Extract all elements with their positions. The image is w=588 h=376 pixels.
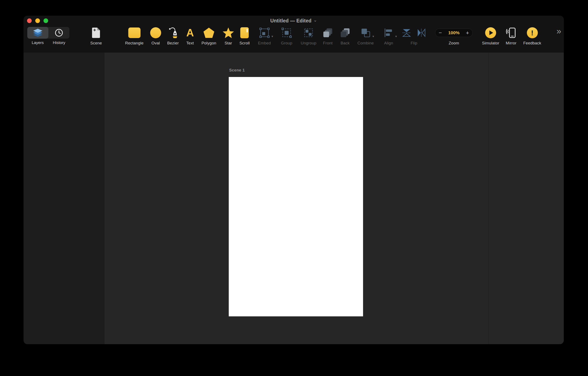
combine-dropdown-chevron-icon: ▾ — [372, 35, 374, 38]
ungroup-label: Ungroup — [301, 41, 316, 45]
ungroup-icon — [303, 27, 314, 38]
send-to-back-button[interactable]: Back — [340, 26, 350, 45]
bezier-pen-icon — [168, 27, 178, 39]
embed-icon — [259, 27, 270, 38]
polygon-icon — [203, 27, 215, 38]
scroll-tool-button[interactable]: Scroll — [240, 26, 250, 45]
combine-label: Combine — [357, 41, 374, 45]
simulator-label: Simulator — [482, 41, 499, 45]
combine-button[interactable]: ▾ Combine — [357, 26, 374, 45]
zoom-in-button[interactable]: + — [466, 30, 469, 35]
layers-segment[interactable] — [27, 27, 48, 39]
flip-label: Flip — [410, 41, 417, 45]
group-label: Group — [281, 41, 292, 45]
history-label: History — [48, 40, 70, 45]
text-tool-button[interactable]: A Text — [186, 26, 194, 45]
align-button[interactable]: ▾ Align — [384, 26, 393, 45]
canvas-area[interactable]: Scene 1 — [24, 53, 564, 344]
flip-vertical-icon — [402, 28, 411, 37]
scrollbar-indicator — [247, 29, 248, 32]
layers-panel — [24, 53, 104, 344]
flip-buttons[interactable]: Flip — [402, 26, 426, 45]
group-icon — [281, 27, 292, 38]
zoom-control: − 100% + Zoom — [435, 26, 473, 45]
panel-switcher: Layers History — [27, 26, 70, 45]
mirror-label: Mirror — [506, 41, 517, 45]
history-clock-icon — [54, 28, 63, 37]
star-tool-button[interactable]: Star — [222, 26, 234, 45]
simulator-button[interactable]: Simulator — [482, 26, 499, 45]
mirror-button[interactable]: Mirror — [506, 26, 517, 45]
ungroup-button[interactable]: Ungroup — [301, 26, 316, 45]
titlebar-toolbar: Untitled — Edited ⌄ — [24, 16, 564, 53]
layers-label: Layers — [27, 40, 48, 45]
add-scene-button[interactable]: Scene — [90, 26, 102, 45]
oval-icon — [150, 27, 161, 38]
zoom-value: 100% — [448, 30, 460, 35]
flip-horizontal-icon — [417, 28, 426, 37]
bring-to-front-icon — [323, 28, 333, 38]
scroll-icon — [240, 27, 249, 38]
rectangle-tool-button[interactable]: Rectangle — [125, 26, 143, 45]
group-button[interactable]: Group — [281, 26, 292, 45]
align-dropdown-chevron-icon: ▾ — [395, 35, 397, 38]
polygon-tool-button[interactable]: Polygon — [201, 26, 216, 45]
mirror-phone-icon — [506, 27, 516, 38]
zoom-pill: − 100% + — [435, 29, 473, 37]
oval-tool-button[interactable]: Oval — [150, 26, 161, 45]
bring-to-front-button[interactable]: Front — [323, 26, 333, 45]
oval-label: Oval — [151, 41, 160, 45]
combine-icon — [360, 28, 371, 38]
zoom-label: Zoom — [449, 41, 459, 45]
scene-title[interactable]: Scene 1 — [229, 68, 245, 73]
star-icon — [222, 27, 234, 38]
star-label: Star — [224, 41, 232, 45]
back-label: Back — [340, 41, 349, 45]
send-to-back-icon — [340, 28, 350, 38]
simulator-play-icon — [485, 27, 496, 38]
bezier-label: Bezier — [167, 41, 179, 45]
front-label: Front — [323, 41, 332, 45]
panel-switcher-labels: Layers History — [27, 40, 70, 45]
embed-dropdown-chevron-icon: ▾ — [271, 35, 273, 38]
text-a-icon: A — [186, 27, 194, 38]
embed-label: Embed — [258, 41, 271, 45]
window-title: Untitled — Edited — [270, 18, 312, 24]
feedback-exclamation-icon: ! — [527, 27, 538, 38]
layers-icon — [32, 28, 43, 37]
title-menu-chevron-icon[interactable]: ⌄ — [314, 18, 317, 23]
feedback-button[interactable]: ! Feedback — [523, 26, 541, 45]
polygon-label: Polygon — [201, 41, 216, 45]
zoom-out-button[interactable]: − — [439, 30, 442, 35]
rectangle-icon — [128, 27, 140, 38]
scene-artboard[interactable] — [229, 77, 363, 316]
embed-button[interactable]: ▾ Embed — [258, 26, 271, 45]
text-label: Text — [186, 41, 194, 45]
align-icon — [384, 28, 393, 38]
scroll-label: Scroll — [240, 41, 250, 45]
scene-document-icon — [92, 27, 101, 38]
panel-switcher-segments — [27, 27, 70, 39]
window-title-row: Untitled — Edited ⌄ — [24, 18, 564, 24]
history-segment[interactable] — [48, 27, 70, 39]
align-label: Align — [384, 41, 393, 45]
feedback-label: Feedback — [523, 41, 541, 45]
bezier-tool-button[interactable]: Bezier — [167, 26, 179, 45]
app-window: Untitled — Edited ⌄ — [24, 16, 564, 344]
inspector-divider — [488, 53, 489, 344]
rectangle-label: Rectangle — [125, 41, 143, 45]
scene-label: Scene — [90, 41, 102, 45]
toolbar-overflow-button[interactable]: » — [556, 27, 561, 35]
